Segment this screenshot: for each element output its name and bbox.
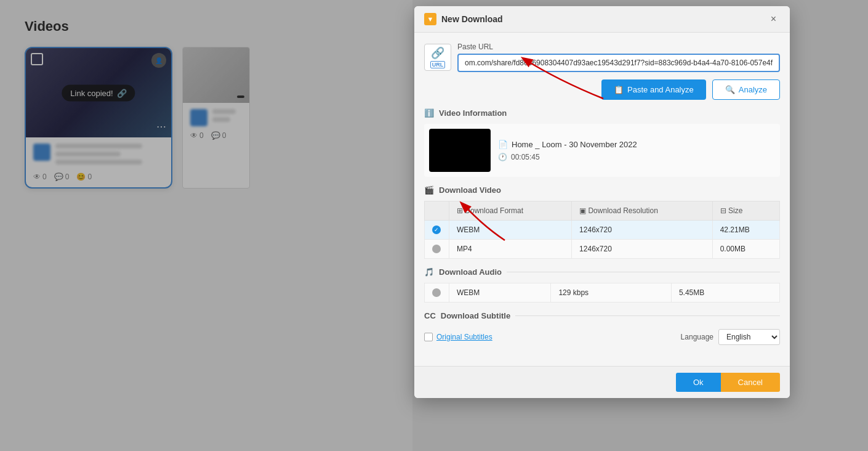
duration-value: 00:05:45	[511, 153, 540, 161]
audio-row-webm[interactable]: WEBM 129 kbps 5.45MB	[425, 283, 780, 303]
url-icon-box: 🔗 URL	[424, 44, 451, 71]
action-buttons-row: 📋 Paste and Analyze 🔍 Analyze	[424, 79, 780, 100]
language-label: Language	[681, 333, 713, 341]
video-details: 📄 Home _ Loom - 30 November 2022 🕐 00:05…	[498, 129, 637, 172]
info-icon: ℹ️	[424, 108, 434, 118]
table-header: ⊞ Download Format ▣ Download Resolution …	[425, 201, 780, 221]
td-format-2: MP4	[449, 240, 572, 259]
subtitle-divider	[515, 315, 780, 316]
video-duration-row: 🕐 00:05:45	[498, 153, 637, 161]
new-download-dialog: ▼ New Download × 🔗 URL Paste URL 📋 Paste…	[414, 6, 790, 398]
video-dl-icon: 🎬	[424, 185, 434, 195]
paste-analyze-button[interactable]: 📋 Paste and Analyze	[601, 79, 706, 100]
download-audio-section: 🎵 Download Audio WEBM 129 kbps 5.45MB	[424, 267, 780, 303]
clock-icon: 🕐	[498, 153, 507, 161]
analyze-button[interactable]: 🔍 Analyze	[712, 79, 780, 100]
url-input[interactable]	[457, 54, 780, 72]
td-audio-select[interactable]	[425, 283, 449, 303]
video-name-row: 📄 Home _ Loom - 30 November 2022	[498, 140, 637, 149]
th-resolution: ▣ Download Resolution	[572, 201, 713, 221]
search-icon: 🔍	[725, 85, 735, 94]
download-subtitle-section: CC Download Subtitle Original Subtitles …	[424, 311, 780, 347]
download-subtitle-header: CC Download Subtitle	[424, 311, 780, 320]
th-resolution-label: Download Resolution	[588, 206, 657, 215]
download-video-table: ⊞ Download Format ▣ Download Resolution …	[424, 201, 780, 259]
app-icon: ▼	[424, 13, 436, 25]
dialog-title-container: ▼ New Download	[424, 13, 503, 25]
radio-unselected[interactable]	[432, 245, 441, 253]
url-section: 🔗 URL Paste URL	[424, 43, 780, 72]
cancel-button[interactable]: Cancel	[721, 373, 780, 392]
td-resolution-2: 1246x720	[572, 240, 713, 259]
ok-button[interactable]: Ok	[676, 373, 721, 392]
audio-icon: 🎵	[424, 267, 434, 277]
table-row-mp4[interactable]: MP4 1246x720 0.00MB	[425, 240, 780, 259]
dialog-body: 🔗 URL Paste URL 📋 Paste and Analyze 🔍 An…	[414, 33, 790, 366]
td-size-1: 42.21MB	[712, 221, 779, 240]
link-icon: 🔗	[431, 46, 444, 60]
td-audio-bitrate: 129 kbps	[551, 283, 672, 303]
th-format-label: Download Format	[465, 206, 523, 215]
video-info-header: ℹ️ Video Information	[424, 108, 780, 118]
language-row: Language English	[681, 329, 780, 345]
subtitle-row: Original Subtitles Language English	[424, 327, 780, 347]
language-select[interactable]: English	[718, 329, 780, 345]
original-subtitles-checkbox-container[interactable]: Original Subtitles	[424, 333, 492, 341]
original-subtitles-checkbox[interactable]	[424, 333, 433, 341]
cc-icon: CC	[424, 311, 436, 320]
close-button[interactable]: ×	[767, 12, 780, 26]
td-format-1: WEBM	[449, 221, 572, 240]
url-input-container: Paste URL	[457, 43, 780, 72]
th-size-label: Size	[728, 206, 742, 215]
download-video-header: 🎬 Download Video	[424, 185, 780, 195]
th-format: ⊞ Download Format	[449, 201, 572, 221]
document-icon: 📄	[498, 140, 508, 149]
video-info-box: 📄 Home _ Loom - 30 November 2022 🕐 00:05…	[424, 124, 780, 177]
audio-divider	[507, 272, 780, 272]
paste-analyze-label: Paste and Analyze	[627, 85, 694, 94]
url-tag: URL	[430, 61, 446, 68]
video-info-label: Video Information	[439, 108, 507, 118]
download-audio-header: 🎵 Download Audio	[424, 267, 780, 277]
download-audio-label: Download Audio	[439, 267, 502, 277]
paste-icon: 📋	[614, 85, 624, 94]
analyze-label: Analyze	[739, 85, 767, 94]
td-audio-format: WEBM	[449, 283, 551, 303]
td-select-1[interactable]	[425, 221, 449, 240]
th-select	[425, 201, 449, 221]
td-select-2[interactable]	[425, 240, 449, 259]
download-subtitle-label: Download Subtitle	[441, 311, 510, 320]
download-video-section: 🎬 Download Video ⊞ Download Format ▣ Dow…	[424, 185, 780, 259]
download-video-label: Download Video	[439, 185, 501, 195]
resolution-icon: ▣	[579, 206, 586, 215]
url-label: Paste URL	[457, 43, 780, 51]
video-title: Home _ Loom - 30 November 2022	[512, 140, 637, 149]
td-audio-size: 5.45MB	[671, 283, 779, 303]
size-icon: ⊟	[720, 206, 726, 215]
audio-radio-unselected[interactable]	[432, 288, 441, 297]
video-preview	[429, 129, 491, 172]
download-audio-table: WEBM 129 kbps 5.45MB	[424, 283, 780, 303]
td-resolution-1: 1246x720	[572, 221, 713, 240]
td-size-2: 0.00MB	[712, 240, 779, 259]
table-row-webm[interactable]: WEBM 1246x720 42.21MB	[425, 221, 780, 240]
radio-selected[interactable]	[432, 226, 441, 234]
dialog-footer: Ok Cancel	[414, 366, 790, 398]
th-size: ⊟ Size	[712, 201, 779, 221]
format-icon: ⊞	[457, 206, 463, 215]
original-subtitles-label[interactable]: Original Subtitles	[436, 333, 492, 341]
dialog-titlebar: ▼ New Download ×	[414, 6, 790, 33]
dialog-title-text: New Download	[441, 14, 503, 24]
